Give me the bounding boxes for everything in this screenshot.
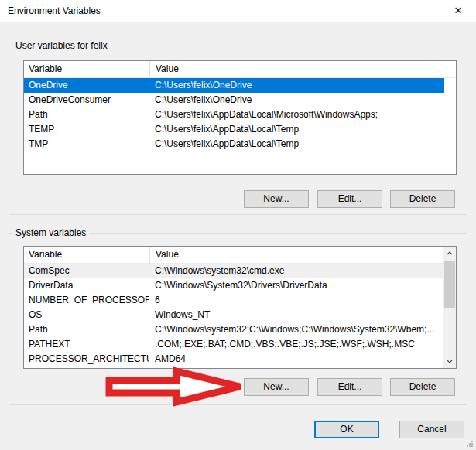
- variable-value-cell: C:\Windows\system32;C:\Windows;C:\Window…: [149, 322, 443, 337]
- variable-value-cell: C:\Users\felix\OneDrive: [149, 93, 444, 107]
- variable-name-cell: NUMBER_OF_PROCESSORS: [24, 293, 149, 308]
- chevron-down-icon: [447, 360, 453, 363]
- table-row-comspec[interactable]: ComSpec C:\Windows\system32\cmd.exe: [24, 264, 443, 278]
- scroll-thumb[interactable]: [444, 261, 455, 308]
- variable-value-cell: AMD64: [149, 352, 443, 366]
- system-variables-label: System variables: [12, 227, 89, 238]
- scrollbar[interactable]: [443, 247, 456, 368]
- variable-value-cell: 6: [149, 293, 443, 308]
- variable-value-cell: C:\Users\felix\AppData\Local\Temp: [149, 137, 444, 152]
- ok-button[interactable]: OK: [314, 421, 379, 438]
- user-new-button[interactable]: New...: [244, 190, 309, 208]
- system-table-viewport: Variable Value ComSpec C:\Windows\system…: [24, 247, 443, 368]
- table-row-temp[interactable]: TEMP C:\Users\felix\AppData\Local\Temp: [24, 122, 444, 137]
- window-title: Environment Variables: [8, 5, 101, 16]
- table-row-path[interactable]: Path C:\Windows\system32;C:\Windows;C:\W…: [24, 322, 443, 337]
- close-button[interactable]: ✕: [447, 2, 470, 19]
- table-row-onedrive[interactable]: OneDrive C:\Users\felix\OneDrive: [24, 78, 444, 93]
- user-variables-label: User variables for felix: [12, 40, 111, 51]
- variable-value-cell: C:\Users\felix\AppData\Local\Microsoft\W…: [149, 107, 444, 122]
- resize-grip[interactable]: [465, 439, 473, 447]
- system-table-header: Variable Value: [24, 247, 443, 264]
- environment-variables-dialog: Environment Variables ✕ User variables f…: [0, 0, 476, 450]
- table-row-onedriveconsumer[interactable]: OneDriveConsumer C:\Users\felix\OneDrive: [24, 93, 444, 107]
- system-table-rows: ComSpec C:\Windows\system32\cmd.exe Driv…: [24, 264, 443, 366]
- variable-name-cell: ComSpec: [24, 264, 149, 278]
- variable-value-cell: Windows_NT: [149, 308, 443, 322]
- variable-value-cell: C:\Windows\system32\cmd.exe: [149, 264, 443, 278]
- title-bar: Environment Variables ✕: [0, 0, 476, 22]
- variable-name-cell: OneDrive: [24, 78, 149, 93]
- variable-value-cell: .COM;.EXE;.BAT;.CMD;.VBS;.VBE;.JS;.JSE;.…: [149, 337, 443, 352]
- table-row-pathext[interactable]: PATHEXT .COM;.EXE;.BAT;.CMD;.VBS;.VBE;.J…: [24, 337, 443, 352]
- column-header-variable[interactable]: Variable: [24, 247, 150, 263]
- scroll-down-button[interactable]: [443, 355, 456, 368]
- table-row-number-of-processors[interactable]: NUMBER_OF_PROCESSORS 6: [24, 293, 443, 308]
- column-header-value[interactable]: Value: [150, 61, 456, 77]
- close-icon: ✕: [454, 5, 463, 16]
- variable-name-cell: OneDriveConsumer: [24, 93, 149, 107]
- variable-name-cell: Path: [24, 322, 149, 337]
- variable-name-cell: Path: [24, 107, 149, 122]
- cancel-button[interactable]: Cancel: [399, 421, 464, 438]
- user-table-rows: OneDrive C:\Users\felix\OneDrive OneDriv…: [24, 78, 456, 152]
- table-row-driverdata[interactable]: DriverData C:\Windows\System32\Drivers\D…: [24, 278, 443, 293]
- table-row-processor-architecture[interactable]: PROCESSOR_ARCHITECTURE AMD64: [24, 352, 443, 366]
- variable-name-cell: DriverData: [24, 278, 149, 293]
- system-variables-table: Variable Value ComSpec C:\Windows\system…: [23, 246, 457, 369]
- table-row-tmp[interactable]: TMP C:\Users\felix\AppData\Local\Temp: [24, 137, 444, 152]
- variable-value-cell: C:\Windows\System32\Drivers\DriverData: [149, 278, 443, 293]
- table-row-path[interactable]: Path C:\Users\felix\AppData\Local\Micros…: [24, 107, 444, 122]
- chevron-up-icon: [447, 251, 453, 255]
- variable-value-cell: C:\Users\felix\AppData\Local\Temp: [149, 122, 444, 137]
- table-row-os[interactable]: OS Windows_NT: [24, 308, 443, 322]
- variable-value-cell: C:\Users\felix\OneDrive: [149, 78, 444, 93]
- variable-name-cell: TMP: [24, 137, 149, 152]
- user-edit-button[interactable]: Edit...: [317, 190, 382, 208]
- user-table-header: Variable Value: [24, 61, 456, 78]
- column-header-variable[interactable]: Variable: [24, 61, 150, 77]
- system-edit-button[interactable]: Edit...: [317, 378, 382, 396]
- user-delete-button[interactable]: Delete: [390, 190, 455, 208]
- system-delete-button[interactable]: Delete: [390, 378, 455, 396]
- scroll-up-button[interactable]: [443, 247, 456, 260]
- variable-name-cell: TEMP: [24, 122, 149, 137]
- variable-name-cell: PROCESSOR_ARCHITECTURE: [24, 352, 149, 366]
- user-variables-table: Variable Value OneDrive C:\Users\felix\O…: [23, 60, 457, 175]
- system-new-button[interactable]: New...: [244, 378, 309, 396]
- column-header-value[interactable]: Value: [150, 247, 443, 263]
- variable-name-cell: PATHEXT: [24, 337, 149, 352]
- variable-name-cell: OS: [24, 308, 149, 322]
